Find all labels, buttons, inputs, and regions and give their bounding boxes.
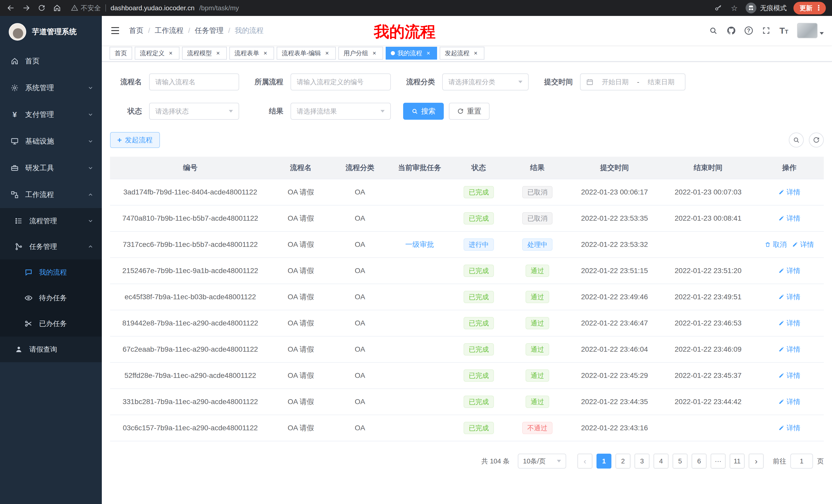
- submit-time-range-picker[interactable]: 开始日期 - 结束日期: [580, 74, 685, 90]
- current-task-link[interactable]: 一级审批: [405, 241, 434, 248]
- process-id: 331bc281-7b9a-11ec-a290-acde48001122: [110, 389, 270, 415]
- breadcrumb-item[interactable]: 任务管理: [195, 26, 224, 35]
- browser-reload-icon[interactable]: [37, 3, 46, 12]
- breadcrumb-item[interactable]: 首页: [129, 26, 144, 35]
- prev-page-button[interactable]: ‹: [577, 454, 592, 469]
- help-icon[interactable]: ?: [745, 26, 753, 35]
- detail-action[interactable]: 详情: [778, 266, 800, 275]
- sidebar-item-infrastructure[interactable]: 基础设施: [0, 128, 102, 155]
- tab-close-icon[interactable]: ×: [371, 50, 378, 57]
- fullscreen-icon[interactable]: [761, 26, 771, 35]
- sidebar-item-dev-tools[interactable]: 研发工具: [0, 155, 102, 181]
- reset-button[interactable]: 重置: [449, 103, 490, 120]
- detail-action[interactable]: 详情: [778, 188, 800, 197]
- app-logo[interactable]: 芋道管理系统: [0, 16, 102, 48]
- page-button[interactable]: 5: [673, 454, 687, 469]
- result-tag: 已取消: [522, 212, 552, 225]
- update-button[interactable]: 更新 ⋮: [794, 2, 826, 15]
- sidebar-item-my-process[interactable]: 我的流程: [0, 259, 102, 285]
- process-key-field[interactable]: [297, 78, 385, 86]
- browser-forward-icon[interactable]: [22, 3, 31, 12]
- browser-menu-icon[interactable]: ⋮: [815, 4, 822, 11]
- detail-action[interactable]: 详情: [778, 214, 800, 223]
- page-title-annotation: 我的流程: [374, 22, 436, 43]
- security-warning[interactable]: 不安全: [71, 4, 101, 12]
- page-button[interactable]: 3: [634, 454, 649, 469]
- breadcrumb-item[interactable]: 工作流程: [155, 26, 184, 35]
- page-size-select[interactable]: 10条/页: [518, 454, 566, 469]
- search-icon: [411, 108, 418, 115]
- tab-close-icon[interactable]: ×: [262, 50, 269, 57]
- category-select[interactable]: 请选择流程分类: [442, 74, 529, 90]
- font-size-icon[interactable]: TT: [780, 26, 788, 35]
- sidebar-item-home[interactable]: 首页: [0, 48, 102, 75]
- detail-action[interactable]: 详情: [778, 318, 800, 328]
- tab-process-form[interactable]: 流程表单×: [229, 47, 274, 60]
- process-key-input[interactable]: [290, 74, 391, 90]
- tab-close-icon[interactable]: ×: [472, 50, 479, 57]
- process-name: OA 请假: [270, 362, 331, 389]
- tab-process-model[interactable]: 流程模型×: [182, 47, 227, 60]
- page-button[interactable]: 1: [597, 454, 612, 469]
- browser-home-icon[interactable]: [52, 3, 62, 12]
- sidebar-item-payment-mgmt[interactable]: ¥ 支付管理: [0, 101, 102, 128]
- col-actions: 操作: [755, 157, 824, 179]
- hamburger-icon[interactable]: [110, 25, 120, 36]
- detail-action[interactable]: 详情: [778, 371, 800, 380]
- detail-action[interactable]: 详情: [778, 397, 800, 407]
- browser-back-icon[interactable]: [6, 3, 16, 12]
- page-button[interactable]: 6: [692, 454, 706, 469]
- create-process-button[interactable]: + 发起流程: [110, 132, 160, 148]
- tab-home[interactable]: 首页: [109, 47, 132, 60]
- tab-close-icon[interactable]: ×: [425, 50, 432, 57]
- tab-close-icon[interactable]: ×: [167, 50, 174, 57]
- jump-page-input[interactable]: [790, 454, 813, 469]
- page-button[interactable]: 4: [654, 454, 669, 469]
- tab-process-form-edit[interactable]: 流程表单-编辑×: [277, 47, 336, 60]
- sidebar-item-system-mgmt[interactable]: 系统管理: [0, 75, 102, 101]
- detail-action[interactable]: 详情: [778, 345, 800, 354]
- address-bar[interactable]: 不安全 dashboard.yudao.iocoder.cn/bpm/task/…: [71, 4, 707, 12]
- sidebar-item-task-mgmt[interactable]: 任务管理: [0, 234, 102, 259]
- navbar-actions: ? TT: [709, 23, 824, 38]
- search-icon[interactable]: [709, 26, 718, 35]
- detail-action[interactable]: 详情: [778, 423, 800, 432]
- page-button[interactable]: 2: [616, 454, 630, 469]
- tab-close-icon[interactable]: ×: [323, 50, 331, 57]
- table-row: 67c2eaab-7b9a-11ec-a290-acde48001122 OA …: [110, 336, 824, 362]
- tab-close-icon[interactable]: ×: [214, 50, 222, 57]
- sidebar-item-todo-tasks[interactable]: 待办任务: [0, 285, 102, 311]
- cancel-action[interactable]: 取消: [765, 240, 787, 249]
- tab-my-process[interactable]: 我的流程×: [386, 47, 437, 60]
- key-icon[interactable]: [714, 3, 723, 12]
- process-id: 2152467e-7b9b-11ec-9a1b-acde48001122: [110, 258, 270, 284]
- sidebar-item-process-mgmt[interactable]: 流程管理: [0, 208, 102, 234]
- search-button[interactable]: 搜索: [403, 103, 444, 120]
- tab-user-group[interactable]: 用户分组×: [338, 47, 383, 60]
- gear-icon: [10, 83, 19, 92]
- process-name-input[interactable]: [149, 74, 239, 90]
- caret-down-icon: [820, 32, 824, 37]
- user-menu[interactable]: [797, 23, 824, 38]
- end-date-placeholder[interactable]: 结束日期: [643, 78, 679, 87]
- pager-more-button[interactable]: ···: [711, 454, 726, 469]
- process-name-field[interactable]: [155, 78, 233, 86]
- result-select[interactable]: 请选择流结果: [290, 103, 391, 120]
- sidebar-item-done-tasks[interactable]: 已办任务: [0, 311, 102, 337]
- actions-cell: 详情: [755, 310, 824, 336]
- detail-action[interactable]: 详情: [792, 240, 814, 249]
- sidebar-item-workflow[interactable]: 工作流程: [0, 181, 102, 208]
- detail-action[interactable]: 详情: [778, 292, 800, 302]
- next-page-button[interactable]: ›: [749, 454, 763, 469]
- github-icon[interactable]: [727, 26, 736, 35]
- current-task: [389, 336, 450, 362]
- start-date-placeholder[interactable]: 开始日期: [597, 78, 633, 87]
- sidebar-item-leave-query[interactable]: 请假查询: [0, 337, 102, 362]
- tab-start-process[interactable]: 发起流程×: [440, 47, 485, 60]
- status-select[interactable]: 请选择状态: [149, 103, 239, 120]
- show-search-button[interactable]: [789, 133, 804, 147]
- page-button[interactable]: 11: [730, 454, 745, 469]
- bookmark-star-icon[interactable]: ☆: [730, 3, 739, 12]
- refresh-table-button[interactable]: [809, 133, 824, 147]
- tab-process-definition[interactable]: 流程定义×: [135, 47, 179, 60]
